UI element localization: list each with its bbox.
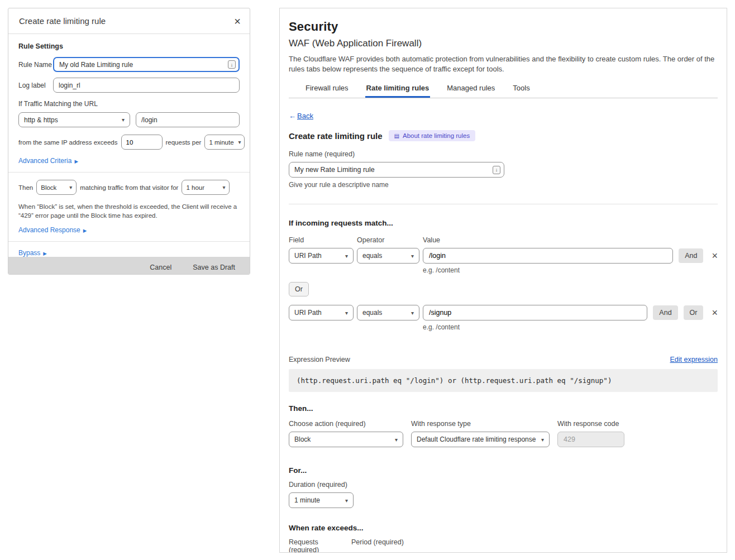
cancel-button[interactable]: Cancel (150, 264, 171, 271)
value-hint: e.g. /content (423, 323, 718, 331)
rate-section-heading: When rate exceeds... (289, 524, 718, 532)
tab-rate-limiting-rules[interactable]: Rate limiting rules (365, 84, 431, 98)
or-button[interactable]: Or (684, 305, 704, 320)
waf-panel: Security WAF (Web Application Firewall) … (279, 8, 727, 553)
field-select[interactable]: URI Path ▾ (289, 248, 354, 264)
page-subtitle: WAF (Web Application Firewall) (289, 38, 718, 49)
form-title: Create rate limiting rule (289, 131, 383, 141)
value-column-label: Value (423, 236, 440, 244)
save-as-draft-button[interactable]: Save as Draft (193, 264, 235, 271)
dialog-body: Rule Settings Rule Name ↓ Log label If T… (8, 34, 250, 257)
duration-label: Duration (required) (289, 481, 718, 489)
remove-condition-icon[interactable]: × (712, 251, 718, 261)
chevron-down-icon: ▾ (411, 310, 414, 316)
chevron-down-icon: ▾ (122, 117, 125, 123)
expression-preview-code: (http.request.uri.path eq "/login") or (… (289, 369, 718, 392)
chevron-down-icon: ▾ (69, 184, 72, 190)
rule-name-input[interactable] (289, 162, 504, 178)
chevron-down-icon: ▾ (238, 139, 241, 145)
operator-column-label: Operator (357, 236, 419, 244)
advanced-criteria-link[interactable]: Advanced Criteria ▶ (18, 157, 78, 165)
url-pattern-input[interactable] (136, 112, 240, 127)
scheme-select[interactable]: http & https ▾ (18, 112, 130, 127)
log-label-label: Log label (18, 82, 53, 89)
field-column-label: Field (289, 236, 354, 244)
legacy-rate-limit-dialog: Create rate limiting rule × Rule Setting… (8, 8, 250, 275)
chevron-down-icon: ▾ (395, 437, 398, 443)
tab-tools[interactable]: Tools (512, 84, 531, 98)
log-label-input[interactable] (53, 78, 240, 93)
close-icon[interactable]: × (234, 16, 241, 27)
exceeds-mid-text: requests per (166, 139, 202, 146)
then-section-heading: Then... (289, 404, 718, 413)
operator-select[interactable]: equals ▾ (357, 248, 419, 264)
back-link[interactable]: ← Back (289, 112, 313, 120)
chevron-down-icon: ▾ (345, 497, 348, 504)
and-button[interactable]: And (679, 248, 703, 263)
chevron-down-icon: ▾ (345, 310, 348, 316)
requests-label: Requests (required) (289, 538, 347, 553)
advanced-response-link[interactable]: Advanced Response ▶ (18, 226, 87, 234)
then-label: Then (18, 184, 33, 191)
period-select[interactable]: 1 minute ▾ (204, 135, 245, 150)
rule-settings-heading: Rule Settings (18, 42, 240, 50)
waf-description: The Cloudflare WAF provides both automat… (289, 54, 718, 74)
about-rate-limiting-badge[interactable]: ▤ About rate limiting rules (389, 130, 476, 141)
chevron-down-icon: ▾ (222, 184, 225, 190)
divider (8, 172, 250, 173)
block-note-text: When “Block” is set, when the threshold … (18, 202, 240, 220)
doc-icon: ▤ (394, 133, 399, 139)
response-type-label: With response type (411, 420, 550, 428)
page-title: Security (289, 20, 718, 34)
condition-row: URI Path ▾ equals ▾ And Or × (289, 305, 718, 320)
traffic-match-label: If Traffic Matching the URL (18, 100, 240, 108)
rule-name-label: Rule Name (18, 61, 53, 69)
rule-name-label: Rule name (required) (289, 150, 718, 158)
requests-threshold-input[interactable] (121, 135, 163, 150)
match-section-heading: If incoming requests match... (289, 219, 718, 227)
expand-arrow-icon: ▶ (83, 228, 87, 233)
response-code-label: With response code (557, 420, 619, 428)
response-type-select[interactable]: Default Cloudflare rate limiting respons… (411, 432, 550, 447)
condition-row: URI Path ▾ equals ▾ And × (289, 248, 718, 264)
dialog-title: Create rate limiting rule (19, 16, 106, 26)
rule-name-input[interactable] (53, 57, 240, 72)
value-input[interactable] (423, 305, 647, 320)
divider (8, 241, 250, 242)
block-duration-select[interactable]: 1 hour ▾ (182, 180, 230, 195)
remove-condition-icon[interactable]: × (712, 308, 718, 318)
value-hint: e.g. /content (423, 266, 718, 274)
chevron-down-icon: ▾ (411, 253, 414, 259)
back-arrow-icon: ← (289, 112, 296, 120)
period-label: Period (required) (351, 538, 404, 553)
rule-name-hint: Give your rule a descriptive name (289, 181, 718, 189)
edit-expression-link[interactable]: Edit expression (670, 356, 718, 363)
tab-firewall-rules[interactable]: Firewall rules (304, 84, 350, 98)
bypass-link[interactable]: Bypass ▶ (18, 249, 47, 257)
and-button[interactable]: And (653, 305, 677, 320)
then-mid-text: matching traffic from that visitor for (80, 184, 178, 191)
operator-select[interactable]: equals ▾ (357, 305, 419, 320)
action-select[interactable]: Block ▾ (36, 180, 77, 195)
dialog-header: Create rate limiting rule × (8, 8, 250, 34)
field-select[interactable]: URI Path ▾ (289, 305, 354, 320)
waf-tabs: Firewall rules Rate limiting rules Manag… (289, 84, 718, 98)
response-code-input (557, 432, 624, 447)
duration-select[interactable]: 1 minute ▾ (289, 492, 354, 508)
value-input[interactable] (423, 248, 673, 264)
choose-action-label: Choose action (required) (289, 420, 403, 428)
choose-action-select[interactable]: Block ▾ (289, 432, 403, 447)
chevron-down-icon: ▾ (345, 253, 348, 259)
divider (289, 204, 718, 204)
chevron-down-icon: ▾ (541, 437, 544, 443)
for-section-heading: For... (289, 466, 718, 475)
or-connector-button[interactable]: Or (289, 282, 309, 296)
dialog-footer: Cancel Save as Draft (8, 257, 250, 275)
tab-managed-rules[interactable]: Managed rules (446, 84, 496, 98)
expand-arrow-icon: ▶ (74, 159, 78, 164)
exceeds-prefix-text: from the same IP address exceeds (18, 139, 118, 146)
expression-preview-label: Expression Preview (289, 356, 350, 363)
expand-arrow-icon: ▶ (43, 251, 47, 256)
